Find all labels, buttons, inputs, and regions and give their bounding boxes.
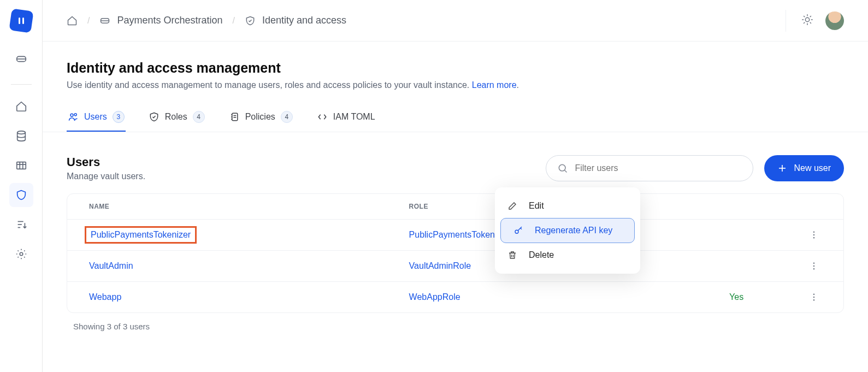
more-vertical-icon — [809, 230, 819, 240]
highlighted-user-name: PublicPaymentsTokenizer — [85, 226, 197, 244]
role-link[interactable]: VaultAdminRole — [409, 261, 471, 270]
section-title: Users — [67, 155, 145, 169]
row-menu-button[interactable] — [806, 227, 822, 243]
context-menu-edit[interactable]: Edit — [495, 194, 640, 218]
sidebar-sort-icon[interactable] — [9, 212, 33, 237]
table-row: PublicPaymentsTokenizer PublicPaymentsTo… — [67, 220, 843, 251]
table-footer-text: Showing 3 of 3 users — [67, 322, 844, 331]
plus-icon — [777, 163, 787, 173]
button-label: New user — [794, 163, 831, 173]
svg-line-21 — [810, 22, 811, 23]
breadcrumb-separator: / — [233, 16, 235, 26]
breadcrumb-separator: / — [87, 16, 90, 26]
svg-rect-26 — [232, 113, 238, 120]
user-name-link[interactable]: PublicPaymentsTokenizer — [91, 230, 191, 239]
breadcrumb: / Payments Orchestration / Identity and … — [67, 15, 786, 26]
context-menu: Edit Regenerate API key Delete — [495, 187, 640, 274]
svg-point-24 — [70, 114, 73, 116]
page-title: Identity and access management — [67, 60, 844, 76]
svg-point-38 — [813, 268, 814, 269]
user-name-link[interactable]: VaultAdmin — [89, 261, 133, 270]
svg-point-35 — [813, 237, 814, 238]
role-link[interactable]: WebAppRole — [409, 292, 460, 302]
tab-iam-toml[interactable]: IAM TOML — [316, 105, 376, 132]
svg-point-42 — [515, 230, 518, 233]
page-description: Use identity and access management to ma… — [67, 80, 844, 90]
svg-point-36 — [813, 263, 814, 264]
breadcrumb-identity[interactable]: Identity and access — [245, 15, 346, 26]
tab-label: Roles — [165, 112, 187, 122]
context-menu-regenerate-key[interactable]: Regenerate API key — [500, 218, 635, 243]
table-row: VaultAdmin VaultAdminRole — [67, 251, 843, 282]
section-subtitle: Manage vault users. — [67, 172, 145, 181]
tab-count-badge: 3 — [113, 111, 125, 123]
tab-label: Policies — [245, 112, 275, 122]
context-item-label: Edit — [529, 201, 544, 211]
svg-line-30 — [565, 170, 567, 173]
user-name-link[interactable]: Webapp — [89, 292, 121, 302]
tab-label: Users — [84, 112, 107, 122]
sidebar-home-icon[interactable] — [9, 95, 33, 119]
breadcrumb-home[interactable] — [67, 15, 78, 26]
svg-point-4 — [17, 131, 25, 134]
tab-policies[interactable]: Policies 4 — [228, 105, 294, 132]
svg-point-15 — [805, 17, 809, 21]
new-user-button[interactable]: New user — [764, 155, 844, 181]
key-icon — [513, 225, 524, 236]
tab-users[interactable]: Users 3 — [67, 105, 126, 132]
svg-line-23 — [810, 16, 811, 17]
svg-point-37 — [813, 265, 814, 267]
sidebar-database-icon[interactable] — [9, 124, 33, 148]
svg-point-25 — [74, 114, 76, 116]
avatar[interactable] — [825, 11, 844, 30]
svg-line-22 — [804, 22, 805, 23]
status-indicator: Yes — [729, 292, 743, 302]
context-item-label: Delete — [529, 250, 554, 260]
tab-count-badge: 4 — [281, 111, 293, 123]
context-item-label: Regenerate API key — [535, 226, 612, 235]
more-vertical-icon — [809, 261, 819, 271]
svg-rect-1 — [22, 17, 24, 24]
breadcrumb-orchestration[interactable]: Payments Orchestration — [99, 15, 222, 26]
theme-toggle-icon[interactable] — [801, 14, 813, 27]
svg-rect-5 — [16, 162, 26, 169]
filter-input-field[interactable] — [575, 163, 742, 173]
svg-line-20 — [804, 16, 805, 17]
learn-more-link[interactable]: Learn more — [472, 80, 517, 90]
context-menu-delete[interactable]: Delete — [495, 243, 640, 267]
table-row: Webapp WebAppRole Yes — [67, 282, 843, 313]
breadcrumb-label: Identity and access — [262, 15, 346, 26]
app-logo[interactable] — [9, 8, 33, 33]
svg-point-40 — [813, 297, 814, 298]
svg-point-33 — [813, 232, 814, 233]
search-icon — [557, 163, 568, 174]
breadcrumb-label: Payments Orchestration — [117, 15, 222, 26]
sidebar-settings-icon[interactable] — [9, 242, 33, 266]
tab-count-badge: 4 — [193, 111, 205, 123]
filter-users-input[interactable] — [546, 155, 753, 181]
sidebar-shield-icon[interactable] — [9, 183, 33, 207]
row-menu-button[interactable] — [806, 290, 822, 305]
sidebar-storage-icon[interactable] — [9, 47, 33, 71]
more-vertical-icon — [809, 292, 819, 302]
svg-point-34 — [813, 234, 814, 235]
tab-label: IAM TOML — [333, 112, 375, 122]
sidebar-table-icon[interactable] — [9, 153, 33, 178]
svg-point-39 — [813, 294, 814, 295]
column-header-name: NAME — [67, 194, 387, 220]
svg-point-41 — [813, 299, 814, 300]
row-menu-button[interactable] — [806, 258, 822, 274]
svg-rect-0 — [19, 17, 20, 24]
tab-roles[interactable]: Roles 4 — [147, 105, 206, 132]
svg-point-29 — [559, 164, 566, 171]
pencil-icon — [507, 200, 518, 211]
trash-icon — [507, 250, 518, 261]
svg-point-12 — [20, 252, 23, 256]
